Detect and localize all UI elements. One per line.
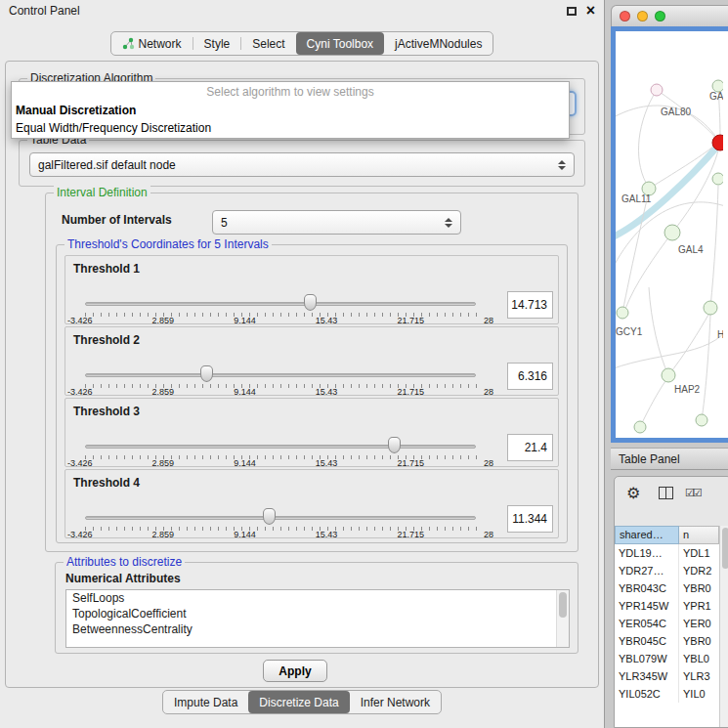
network-node[interactable] <box>617 307 628 319</box>
network-node[interactable] <box>712 173 723 185</box>
threshold-label: Threshold 3 <box>73 405 140 418</box>
table-cell[interactable]: YBR0 <box>679 579 719 597</box>
dropdown-prompt-option[interactable]: Select algorithm to view settings <box>12 83 569 102</box>
table-row[interactable]: YLR345WYLR3 <box>615 667 719 685</box>
cyni-bottom-tabbar: Impute Data Discretize Data Infer Networ… <box>0 690 604 714</box>
tab-network[interactable]: Network <box>111 32 193 55</box>
column-selector-icon[interactable] <box>659 487 673 499</box>
scale-label: 9.144 <box>234 387 256 397</box>
combobox-stepper-icon <box>445 218 452 228</box>
table-cell[interactable]: YBR0 <box>679 632 719 650</box>
table-cell[interactable]: YBL0 <box>679 650 719 667</box>
threshold-value-field[interactable] <box>507 505 553 533</box>
column-header-name[interactable]: n <box>679 526 719 544</box>
table-row[interactable]: YDR27…YDR2 <box>615 562 719 579</box>
slider-thumb[interactable] <box>304 294 317 311</box>
tab-cyni-toolbox[interactable]: Cyni Toolbox <box>296 32 384 55</box>
attributes-group: Attributes to discretize Numerical Attri… <box>55 562 578 654</box>
table-row[interactable]: YBR043CYBR0 <box>615 579 719 597</box>
number-of-intervals-combobox[interactable]: 5 <box>212 210 461 235</box>
scale-label: 2.859 <box>152 530 175 539</box>
table-row[interactable]: YER054CYER0 <box>615 615 719 632</box>
slider-track[interactable] <box>85 445 476 449</box>
slider-scale-labels: -3.4262.8599.14415.4321.71528 <box>67 387 493 397</box>
thresholds-group: Threshold's Coordinates for 5 Intervals … <box>56 244 568 543</box>
mac-close-icon[interactable] <box>620 11 630 21</box>
table-row[interactable]: YBR045CYBR0 <box>615 632 719 650</box>
interval-definition-group: Interval Definition Number of Intervals … <box>45 193 578 552</box>
network-node[interactable] <box>704 301 717 315</box>
table-row[interactable]: YBL079WYBL0 <box>615 650 719 667</box>
apply-button[interactable]: Apply <box>263 660 327 682</box>
network-canvas[interactable]: GAGAL80GAL11GAL4GCY1HHAP2 <box>616 31 723 438</box>
network-node[interactable] <box>634 421 646 433</box>
threshold-value-field[interactable] <box>507 434 553 461</box>
tab-select[interactable]: Select <box>241 32 295 55</box>
network-node[interactable] <box>712 135 723 150</box>
cyni-toolbox-panel: Discretization Algorithm Select algorith… <box>5 61 599 688</box>
threshold-slider[interactable] <box>85 293 476 313</box>
table-cell[interactable]: YLR345W <box>615 667 679 685</box>
threshold-slider[interactable] <box>85 436 476 455</box>
table-cell[interactable]: YBR045C <box>615 632 679 650</box>
tab-jactivemnodules[interactable]: jActiveMNodules <box>384 32 492 55</box>
slider-track[interactable] <box>85 516 476 520</box>
table-cell[interactable]: YBR043C <box>615 579 679 597</box>
network-node[interactable] <box>651 84 663 96</box>
tab-infer-network[interactable]: Infer Network <box>350 691 441 713</box>
tab-impute-data[interactable]: Impute Data <box>163 691 248 713</box>
mac-minimize-icon[interactable] <box>637 11 648 21</box>
tab-discretize-data[interactable]: Discretize Data <box>248 691 349 713</box>
desktop: Control Panel × Network <box>0 0 728 728</box>
slider-thumb[interactable] <box>263 508 276 525</box>
float-window-icon[interactable] <box>567 7 577 16</box>
scrollbar-thumb[interactable] <box>722 528 728 569</box>
slider-track[interactable] <box>85 302 476 306</box>
list-scrollbar[interactable] <box>556 590 569 647</box>
table-scrollbar[interactable] <box>719 526 728 727</box>
threshold-value-field[interactable] <box>507 363 553 390</box>
select-columns-icon[interactable]: ☑☑ <box>685 487 701 499</box>
threshold-slider[interactable] <box>85 507 476 527</box>
scrollbar-thumb[interactable] <box>559 592 567 618</box>
tab-style[interactable]: Style <box>193 32 241 55</box>
table-cell[interactable]: YIL0 <box>679 685 719 703</box>
mac-zoom-icon[interactable] <box>655 11 665 21</box>
table-row[interactable]: YIL052CYIL0 <box>615 685 719 703</box>
threshold-slider[interactable] <box>85 364 476 384</box>
table-cell[interactable]: YER0 <box>679 615 719 632</box>
slider-thumb[interactable] <box>200 365 213 382</box>
close-icon[interactable]: × <box>586 6 595 16</box>
attribute-item[interactable]: SelfLoops <box>66 590 569 606</box>
threshold-value-field[interactable] <box>507 291 553 319</box>
table-cell[interactable]: YIL052C <box>615 685 679 703</box>
table-cell[interactable]: YPR1 <box>679 597 719 615</box>
network-node[interactable] <box>664 225 680 240</box>
table-cell[interactable]: YLR3 <box>679 667 719 685</box>
network-node[interactable] <box>662 368 675 382</box>
settings-gear-icon[interactable]: ⚙ <box>626 484 640 502</box>
numerical-attributes-list[interactable]: SelfLoopsTopologicalCoefficientBetweenne… <box>65 589 570 648</box>
attribute-item[interactable]: TopologicalCoefficient <box>66 606 569 621</box>
table-panel-bar: Table Panel <box>611 448 728 470</box>
table-cell[interactable]: YDR2 <box>679 562 719 579</box>
table-cell[interactable]: YDR27… <box>615 562 679 579</box>
table-cell[interactable]: YER054C <box>615 615 679 632</box>
slider-thumb[interactable] <box>388 437 401 453</box>
table-row[interactable]: YDL19…YDL1 <box>615 544 719 562</box>
dropdown-option-equal-width[interactable]: Equal Width/Frequency Discretization <box>12 119 569 137</box>
node-label: GAL4 <box>678 244 704 255</box>
table-cell[interactable]: YDL1 <box>679 544 719 562</box>
table-cell[interactable]: YPR145W <box>615 597 679 615</box>
dropdown-option-manual-discretization[interactable]: Manual Discretization <box>12 102 569 119</box>
table-row[interactable]: YPR145WYPR1 <box>615 597 719 615</box>
node-table-body[interactable]: YDL19…YDL1YDR27…YDR2YBR043CYBR0YPR145WYP… <box>615 544 719 727</box>
table-data-combobox[interactable]: galFiltered.sif default node <box>29 152 575 177</box>
table-cell[interactable]: YDL19… <box>615 544 679 562</box>
network-node[interactable] <box>696 414 707 426</box>
scale-label: -3.426 <box>67 530 93 539</box>
slider-track[interactable] <box>85 373 476 377</box>
column-header-shared-name[interactable]: shared… <box>615 526 679 544</box>
table-cell[interactable]: YBL079W <box>615 650 679 667</box>
attribute-item[interactable]: BetweennessCentrality <box>66 621 569 637</box>
